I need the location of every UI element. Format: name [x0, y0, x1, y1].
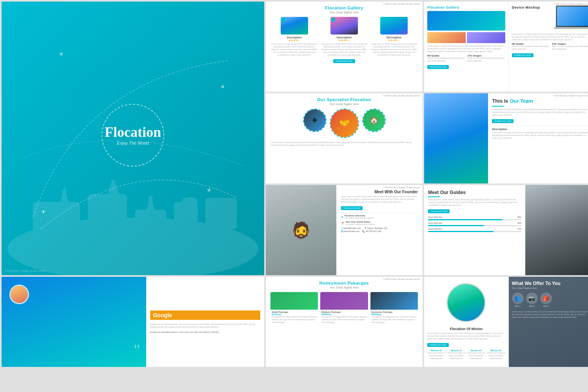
- our-team-content: This Is Our Team Lorem ipsum is simply d…: [488, 93, 588, 183]
- svg-rect-5: [205, 198, 237, 229]
- founder-loc-icon: 📍: [364, 227, 367, 229]
- honeymoon-slide: © 2020 Flocation | Template. All rights …: [266, 277, 423, 367]
- spec-item-1: ✈: [303, 109, 327, 138]
- offer-title: What We Offer To You: [512, 281, 588, 286]
- honeymoon-pkg1-desc: Throughout our organization we are alway…: [272, 316, 317, 324]
- our-team-title-span1: This Is: [492, 98, 510, 104]
- spec-item-3: 🏠: [362, 109, 386, 138]
- guides-skill3-val: 70%: [517, 228, 521, 230]
- mission-desc: Lorem ipsum is simply dummy text of the …: [427, 332, 505, 340]
- test-inner: " Google printing and typesetting indust…: [2, 277, 264, 367]
- our-team-desc2-label: Description: [492, 128, 588, 131]
- device-desc: Lorem ipsum is simply dummy text of the …: [512, 33, 588, 41]
- gallery-top-watermark: © 2020 Flocation | Template. All rights …: [383, 3, 420, 5]
- honeymoon-pkg-3: Exclusive Package $580/day Throughout ou…: [370, 292, 418, 325]
- founder-skill-1: ⊕ Flocation University consultant: adipi…: [341, 214, 418, 220]
- spec-circle-1-inner: ✈: [304, 109, 326, 131]
- our-team-btn[interactable]: DOWNLOAD NOW: [492, 119, 514, 123]
- specialist-desc: Lorem ipsum is simply dummy text of the …: [270, 141, 418, 147]
- gallery2-btn[interactable]: DOWNLOAD NOW: [427, 65, 449, 69]
- gallery-top-title: Flocation Gallery: [270, 5, 418, 10]
- founder-photo: 🧔: [266, 185, 336, 275]
- founder-slide: © 2020 Flocation | Template. All rights …: [266, 185, 423, 275]
- mission-item-3: Mission 03 lorem ipsum dolor sit amet co…: [467, 349, 485, 360]
- honeymoon-pkg3-info: Exclusive Package $580/day Throughout ou…: [370, 310, 418, 325]
- gallery-desc-3: Description: [370, 36, 418, 39]
- offer-item-3: 🎒 Item 3: [540, 292, 552, 307]
- guides-divider: [428, 196, 440, 197]
- founder-skill2-detail: consultant: adipiscing elit maiores: [346, 223, 375, 226]
- gallery2-features: HD Quality There is a key architectural …: [427, 54, 505, 62]
- gallery2-feat1-desc: There is a key architectural fact that m…: [427, 57, 465, 62]
- guides-content: Meet Our Guides Lorem ipsum is simply du…: [424, 185, 525, 275]
- svg-rect-9: [149, 196, 152, 210]
- guides-skill-2: Smart Skill Here 60%: [428, 222, 521, 226]
- our-team-desc: Lorem ipsum is simply dummy text of the …: [492, 108, 588, 116]
- gallery-top-btn[interactable]: DOWNLOAD NOW: [333, 59, 355, 63]
- gallery-lorem-3: Lorem ipsum is simply dummy text of the …: [370, 43, 418, 56]
- svg-rect-2: [88, 194, 127, 229]
- test-avatar-img: [11, 286, 28, 303]
- rio-content: Flocation Of Mision Lorem ipsum is simpl…: [424, 325, 508, 361]
- mission-btn[interactable]: DOWNLOAD NOW: [427, 343, 449, 347]
- svg-rect-11: [111, 180, 115, 194]
- svg-rect-13: [184, 201, 196, 209]
- offer-bottom-text: Lorem ipsum is simply dummy text of the …: [512, 310, 588, 319]
- founder-skill-icon-2: 📍: [341, 222, 345, 225]
- guides-progress-2: [428, 225, 521, 226]
- founder-skill-1-text: Flocation University consultant: adipisc…: [345, 214, 374, 220]
- honeymoon-pkg3-desc: Throughout our organization we are alway…: [372, 316, 417, 324]
- rio-circle: [446, 283, 486, 322]
- offer-item-2: 📷 Item 2: [526, 292, 538, 307]
- laptop-base: [554, 27, 588, 29]
- guides-skill-1: Smart Skill Here 80%: [428, 216, 521, 220]
- founder-email: hello@flocation.com: [343, 227, 361, 229]
- gallery2-main-img: [427, 11, 505, 31]
- founder-contact-row: ✉ hello@flocation.com 📍 Yangon, Mandalay…: [341, 227, 418, 229]
- gallery-stars-2: ★★★★☆: [320, 39, 368, 42]
- gallery2-title: Flocation Gallery: [427, 5, 505, 9]
- rio-panel: © 2020 Flocation | Template. All rights …: [424, 277, 509, 367]
- spec-circle-1: ✈: [303, 109, 327, 132]
- guides-skill3-label: Smart Skill Here: [428, 228, 442, 230]
- google-logo: Google: [150, 310, 261, 320]
- laptop-illustration: [556, 5, 588, 29]
- offer-icons-row: 👥 Item 1 📷 Item 2 🎒 Item 3: [512, 292, 588, 307]
- offer-icon-3: 🎒: [540, 292, 552, 304]
- founder-btn[interactable]: DOWNLOAD NOW: [341, 206, 363, 210]
- founder-email-area: ✉ hello@flocation.com: [341, 227, 361, 229]
- honeymoon-pkg-2: Medium Package $480/day Throughout our o…: [320, 292, 368, 325]
- guides-skill2-row: Smart Skill Here 60%: [428, 222, 521, 224]
- founder-location2: Yangon, Mandalay, City: [367, 227, 387, 229]
- founder-phone-area: 📞 +95 755 2871 205: [362, 230, 381, 232]
- rio-img: [448, 284, 485, 321]
- offer-item3-label: Item 3: [540, 305, 552, 307]
- svg-rect-3: [135, 210, 166, 233]
- founder-phone: +95 755 2871 205: [365, 230, 381, 232]
- hero-title: Flocation: [105, 125, 161, 139]
- gallery-left-panel: Flocation Gallery Lorem ipsum is simply …: [424, 2, 509, 92]
- guides-btn[interactable]: DOWNLOAD NOW: [428, 209, 450, 213]
- guides-photo-area: [525, 185, 588, 275]
- honeymoon-pkg1-info: Small Package $270/day Throughout our or…: [270, 310, 318, 325]
- specialist-circles: ✈ 🤝 🏠: [270, 109, 418, 138]
- our-team-photo-area: [424, 93, 488, 183]
- spec-item-2: 🤝: [330, 109, 359, 138]
- guides-inner: Meet Our Guides Lorem ipsum is simply du…: [424, 185, 588, 275]
- offer-icon-1: 👥: [512, 292, 524, 304]
- device-btn[interactable]: DOWNLOAD NOW: [512, 53, 534, 57]
- our-team-desc2: Lorem ipsum is simply dummy text of the …: [492, 131, 588, 140]
- honeymoon-pkg-1: Small Package $270/day Throughout our or…: [270, 292, 318, 325]
- gallery2-feat-1: HD Quality There is a key architectural …: [427, 54, 465, 62]
- founder-skill1-detail: consultant: adipiscing elit maiores: [345, 217, 374, 220]
- specialist-subtitle: Your Great Tagline Here: [270, 103, 418, 105]
- test-avatar: [9, 285, 29, 304]
- offer-icon-2: 📷: [526, 292, 538, 304]
- mission-inner: © 2020 Flocation | Template. All rights …: [424, 277, 588, 367]
- founder-content: Meet With Our Founder Lorem ipsum is sim…: [336, 185, 423, 275]
- guides-fill-3: [428, 231, 494, 232]
- founder-skills-area: ⊕ Flocation University consultant: adipi…: [341, 212, 418, 232]
- gallery-lorem-1: Lorem ipsum is simply dummy text of the …: [270, 43, 318, 56]
- honeymoon-packages: Small Package $270/day Throughout our or…: [270, 292, 418, 325]
- guides-skill1-val: 80%: [517, 216, 521, 218]
